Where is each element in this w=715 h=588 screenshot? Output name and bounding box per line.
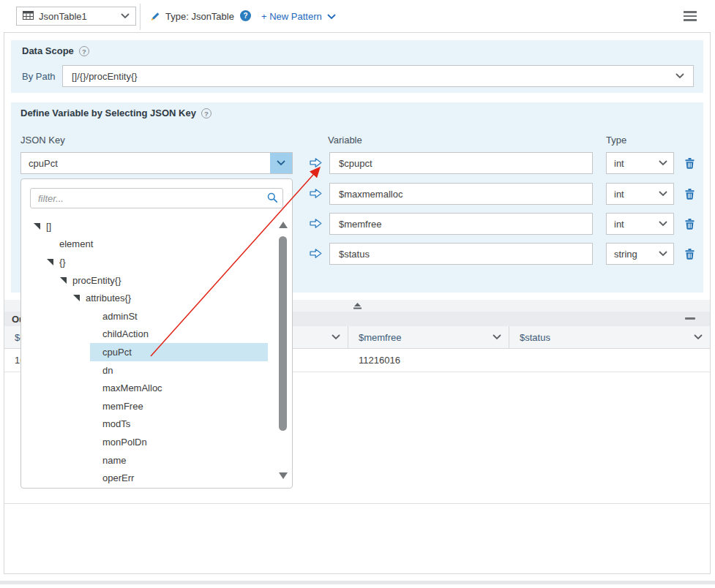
map-arrow-icon: [310, 248, 322, 261]
tree-item[interactable]: operErr: [21, 469, 277, 487]
map-arrow-icon: [310, 188, 322, 201]
tree-item-label: name: [102, 455, 127, 466]
output-column-header[interactable]: $status: [509, 326, 710, 348]
output-cell: 11216016: [348, 349, 509, 372]
collapse-handle-button[interactable]: [353, 303, 362, 309]
chevron-down-icon[interactable]: [332, 334, 340, 340]
chevron-down-icon: [659, 160, 667, 166]
type-select[interactable]: int: [606, 213, 674, 235]
tree-item[interactable]: dn: [21, 361, 277, 380]
json-key-column-label: JSON Key: [20, 135, 65, 146]
pattern-type-label: Type: JsonTable: [165, 11, 234, 22]
scroll-thumb[interactable]: [279, 236, 287, 431]
new-pattern-label: + New Pattern: [261, 11, 322, 22]
chevron-down-icon: [121, 13, 130, 19]
tree-item[interactable]: adminSt: [21, 307, 277, 325]
help-icon[interactable]: ?: [240, 10, 251, 21]
by-path-label: By Path: [22, 65, 56, 87]
type-select-value: int: [614, 219, 659, 230]
tree-item[interactable]: modTs: [21, 415, 277, 434]
output-column-label: $memfree: [359, 332, 493, 343]
minimize-button[interactable]: [685, 317, 695, 320]
json-key-tree: []element{}procEntity{}attributes{}admin…: [21, 217, 277, 487]
tree-item[interactable]: {}: [21, 253, 277, 271]
expand-triangle-icon[interactable]: [47, 259, 59, 265]
tree-item[interactable]: attributes{}: [21, 289, 277, 307]
expand-triangle-icon[interactable]: [73, 295, 86, 301]
scroll-up-button[interactable]: [279, 222, 288, 228]
chevron-down-icon[interactable]: [694, 334, 703, 340]
type-select[interactable]: int: [606, 183, 674, 205]
chevron-down-icon: [675, 73, 684, 79]
type-select[interactable]: string: [606, 243, 674, 265]
scroll-down-button[interactable]: [279, 472, 288, 479]
tree-item-label: adminSt: [102, 311, 138, 322]
data-scope-title: Data Scope ?: [22, 45, 89, 56]
expand-triangle-icon[interactable]: [60, 277, 72, 284]
variable-input[interactable]: [329, 152, 593, 174]
delete-row-button[interactable]: [685, 189, 695, 202]
tree-item-label: attributes{}: [86, 293, 131, 304]
expand-triangle-icon[interactable]: [34, 223, 46, 230]
variable-input[interactable]: [329, 213, 593, 235]
chevron-down-icon: [659, 191, 667, 197]
tree-item[interactable]: memFree: [21, 397, 277, 415]
new-pattern-button[interactable]: + New Pattern: [261, 11, 336, 22]
edit-pencil-icon[interactable]: [149, 10, 160, 24]
tree-item[interactable]: childAction: [21, 325, 277, 344]
map-arrow-icon: [310, 218, 322, 231]
tree-item[interactable]: cpuPct: [21, 343, 277, 361]
output-cell: [509, 349, 710, 372]
type-select-value: string: [614, 249, 659, 260]
tree-item-label: element: [59, 238, 93, 249]
tree-item-label: monPolDn: [102, 437, 147, 448]
delete-row-button[interactable]: [685, 219, 695, 232]
table-icon: [23, 11, 34, 22]
path-select[interactable]: []/{}/procEntity{}: [62, 65, 694, 87]
tree-item[interactable]: element: [21, 235, 277, 254]
pattern-select[interactable]: JsonTable1: [16, 7, 136, 26]
chevron-down-icon[interactable]: [493, 334, 501, 340]
tree-item[interactable]: []: [21, 217, 277, 235]
tree-item[interactable]: monPolDn: [21, 433, 277, 451]
tree-item-label: procEntity{}: [72, 275, 121, 286]
type-column-label: Type: [606, 135, 626, 146]
type-select-value: int: [614, 158, 659, 169]
json-pattern-editor: JsonTable1 Type: JsonTable ? + New Patte…: [0, 0, 715, 588]
tree-item-label: {}: [59, 257, 66, 268]
delete-row-button[interactable]: [685, 249, 695, 262]
tree-item-label: childAction: [102, 328, 149, 339]
tree-item[interactable]: maxMemAlloc: [21, 379, 277, 397]
help-icon[interactable]: ?: [201, 108, 211, 118]
tree-item-label: cpuPct: [102, 347, 132, 358]
tree-item[interactable]: name: [21, 451, 277, 470]
combobox-toggle-button[interactable]: [270, 153, 292, 173]
map-arrow-icon: [310, 157, 322, 170]
top-toolbar: JsonTable1 Type: JsonTable ? + New Patte…: [0, 0, 715, 32]
define-variable-title: Define Variable by Selecting JSON Key ?: [20, 108, 211, 118]
tree-item-label: maxMemAlloc: [102, 382, 162, 393]
filter-input[interactable]: [30, 188, 283, 208]
tree-item-label: memFree: [102, 401, 143, 412]
help-icon[interactable]: ?: [79, 46, 89, 56]
type-select[interactable]: int: [606, 152, 674, 174]
delete-row-button[interactable]: [685, 158, 695, 171]
variable-input[interactable]: [329, 183, 593, 205]
dropdown-scrollbar: [278, 220, 288, 480]
menu-button[interactable]: [684, 11, 697, 23]
tree-item-label: modTs: [102, 418, 130, 429]
collapse-up-icon: [353, 303, 362, 309]
json-key-combobox[interactable]: cpuPct: [20, 152, 293, 174]
page-bottom-divider: [0, 581, 715, 584]
tree-item-label: operErr: [102, 472, 134, 483]
variable-column-label: Variable: [328, 135, 362, 146]
pattern-select-value: JsonTable1: [39, 11, 121, 22]
type-select-value: int: [614, 189, 659, 200]
tree-item[interactable]: procEntity{}: [21, 271, 277, 290]
output-column-header[interactable]: $memfree: [348, 326, 509, 348]
output-column-label: $status: [520, 332, 694, 343]
tree-item-label: []: [46, 221, 51, 232]
json-key-dropdown-panel: []element{}procEntity{}attributes{}admin…: [20, 178, 293, 489]
variable-input[interactable]: [329, 243, 593, 265]
output-table-bottom-border: [4, 503, 710, 504]
